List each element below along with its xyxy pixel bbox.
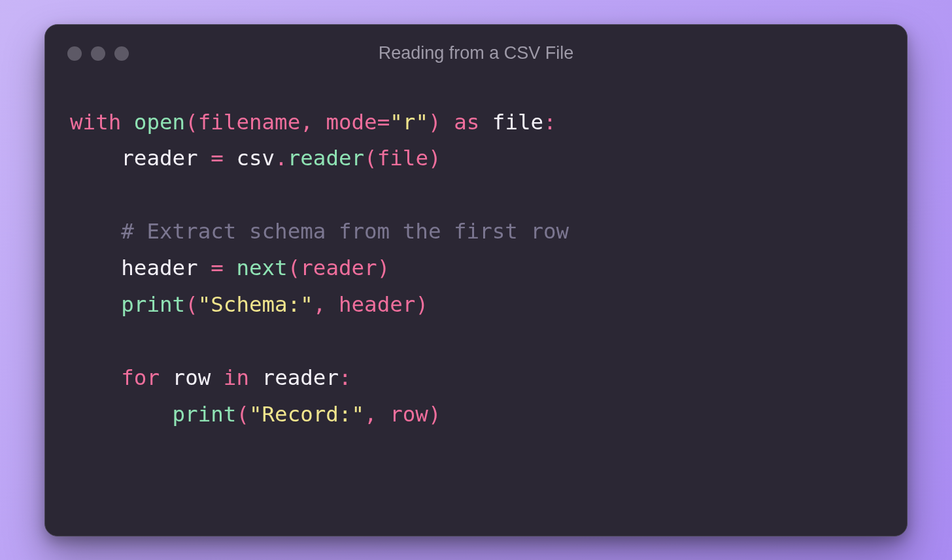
code-block: with open(filename, mode="r") as file: r… [45,82,907,536]
equals: = [377,110,390,135]
colon: : [339,365,352,390]
paren-close: ) [377,255,390,280]
fn-reader: reader [288,146,364,171]
paren-close: ) [428,110,441,135]
comma: , [364,402,377,427]
dot: . [275,146,288,171]
paren-open: ( [236,402,249,427]
comment-schema: # Extract schema from the first row [121,219,569,244]
arg-row: row [390,402,428,427]
colon: : [543,110,556,135]
comma: , [300,110,313,135]
string-record: "Record:" [249,402,364,427]
var-reader: reader [121,146,197,171]
fn-open: open [134,110,185,135]
var-file: file [492,110,543,135]
maximize-icon[interactable] [114,46,129,61]
paren-open: ( [364,146,377,171]
paren-close: ) [428,402,441,427]
comma: , [313,292,326,317]
paren-open: ( [185,110,198,135]
paren-close: ) [415,292,428,317]
title-bar: Reading from a CSV File [45,25,907,82]
close-icon[interactable] [67,46,82,61]
arg-header: header [339,292,415,317]
arg-mode: mode [326,110,377,135]
var-row: row [173,365,211,390]
equals: = [211,255,224,280]
code-window: Reading from a CSV File with open(filena… [44,24,908,536]
var-header: header [121,255,197,280]
fn-next: next [236,255,287,280]
var-reader-loop: reader [262,365,339,390]
string-r: "r" [390,110,428,135]
arg-file: file [377,146,428,171]
window-title: Reading from a CSV File [45,43,907,63]
fn-print: print [121,292,185,317]
paren-close: ) [428,146,441,171]
string-schema: "Schema:" [198,292,313,317]
keyword-as: as [454,110,479,135]
minimize-icon[interactable] [91,46,105,61]
keyword-in: in [224,365,249,390]
paren-open: ( [185,292,198,317]
fn-print: print [173,402,237,427]
arg-filename: filename [198,110,301,135]
traffic-lights [67,46,129,61]
keyword-for: for [121,365,160,390]
keyword-with: with [70,110,121,135]
paren-open: ( [288,255,301,280]
arg-reader: reader [300,255,377,280]
var-csv: csv [236,146,275,171]
equals: = [211,146,224,171]
